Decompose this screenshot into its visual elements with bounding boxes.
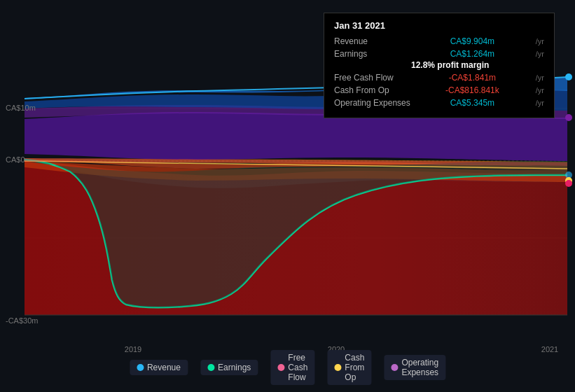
- tooltip-date: Jan 31 2021: [334, 20, 544, 31]
- tooltip-row-opex: Operating Expenses CA$5.345m /yr: [334, 98, 544, 108]
- legend-item-revenue[interactable]: Revenue: [130, 360, 188, 375]
- tooltip-label-opex: Operating Expenses: [334, 98, 411, 108]
- tooltip-row-margin: 12.8% profit margin: [334, 60, 544, 70]
- tooltip-value-revenue: CA$9.904m: [450, 36, 494, 46]
- svg-point-9: [565, 180, 572, 187]
- tooltip-value-fcf: -CA$1.841m: [449, 73, 496, 83]
- y-axis-top: CA$10m: [6, 104, 36, 112]
- legend-item-fcf[interactable]: Free Cash Flow: [270, 350, 314, 385]
- tooltip-profit-margin: 12.8% profit margin: [411, 60, 489, 70]
- legend-label-fcf: Free Cash Flow: [288, 353, 307, 382]
- x-label-2021: 2021: [541, 345, 558, 354]
- y-axis-mid: CA$0: [6, 155, 25, 164]
- legend-label-revenue: Revenue: [147, 363, 181, 372]
- tooltip-value-opex: CA$5.345m: [450, 98, 494, 108]
- tooltip-label-fcf: Free Cash Flow: [334, 73, 411, 83]
- tooltip-value-cashfromop: -CA$816.841k: [445, 85, 499, 95]
- legend-item-earnings[interactable]: Earnings: [200, 360, 258, 375]
- tooltip-row-earnings: Earnings CA$1.264m /yr: [334, 49, 544, 59]
- legend-dot-opex: [391, 364, 398, 371]
- y-axis-bottom: -CA$30m: [6, 316, 38, 325]
- tooltip-label-revenue: Revenue: [334, 36, 411, 46]
- tooltip-label-earnings: Earnings: [334, 49, 411, 59]
- legend-item-cashfromop[interactable]: Cash From Op: [327, 350, 371, 385]
- tooltip-suffix-earnings: /yr: [536, 50, 544, 58]
- legend-label-earnings: Earnings: [218, 363, 251, 372]
- chart-container: CA$10m CA$0 -CA$30m 2019 2020 2021 Jan 3…: [0, 0, 575, 392]
- tooltip-suffix-fcf: /yr: [536, 74, 544, 82]
- tooltip-suffix-revenue: /yr: [536, 37, 544, 46]
- legend-item-opex[interactable]: Operating Expenses: [384, 355, 445, 380]
- tooltip-value-earnings: CA$1.264m: [450, 49, 494, 59]
- svg-point-5: [565, 74, 572, 80]
- tooltip-row-fcf: Free Cash Flow -CA$1.841m /yr: [334, 73, 544, 83]
- tooltip-box: Jan 31 2021 Revenue CA$9.904m /yr Earnin…: [324, 13, 555, 118]
- tooltip-suffix-opex: /yr: [536, 99, 544, 107]
- tooltip-row-cashfromop: Cash From Op -CA$816.841k /yr: [334, 85, 544, 95]
- legend-dot-revenue: [137, 364, 144, 371]
- tooltip-label-cashfromop: Cash From Op: [334, 85, 411, 95]
- legend-label-opex: Operating Expenses: [401, 358, 438, 377]
- legend-dot-earnings: [207, 364, 214, 371]
- legend-dot-cashfromop: [334, 364, 341, 371]
- legend-label-cashfromop: Cash From Op: [345, 353, 364, 382]
- legend: Revenue Earnings Free Cash Flow Cash Fro…: [130, 350, 445, 385]
- svg-point-6: [565, 114, 572, 121]
- tooltip-suffix-cashfromop: /yr: [536, 86, 544, 94]
- legend-dot-fcf: [277, 364, 284, 371]
- tooltip-row-revenue: Revenue CA$9.904m /yr: [334, 36, 544, 46]
